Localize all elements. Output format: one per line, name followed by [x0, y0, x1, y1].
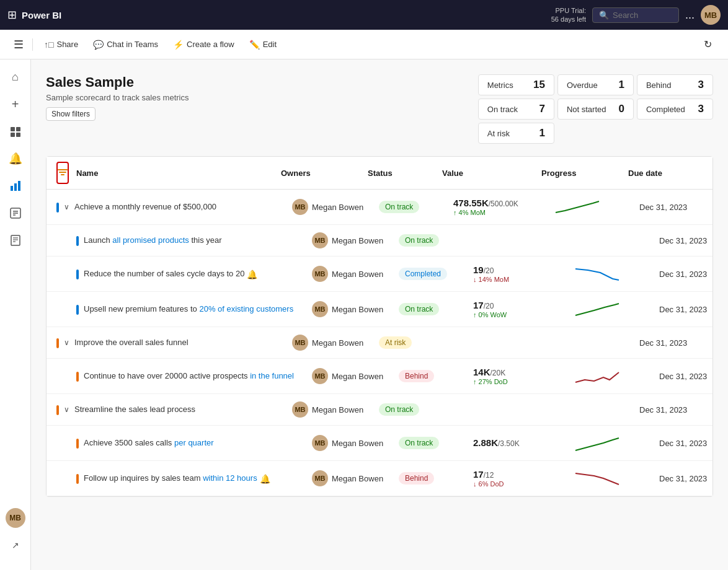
owner-avatar: MB	[312, 470, 328, 486]
share-button[interactable]: ↑□ Share	[38, 36, 84, 53]
flow-icon: ⚡	[173, 40, 184, 50]
metric-box-behind: Behind 3	[637, 74, 713, 95]
due-date: Dec 31, 2023	[659, 439, 728, 448]
svg-rect-2	[11, 133, 15, 137]
main-layout: ⌂ + 🔔 MB ↗ Sales Sample Sample scorecard…	[0, 59, 728, 570]
sidebar-item-notifications[interactable]: 🔔	[3, 146, 28, 171]
name-with-icon: Reduce the number of sales cycle days to…	[84, 268, 257, 279]
filter-row: Name Owners Status Value Progress Due da…	[47, 157, 712, 190]
expand-button[interactable]: ∨	[64, 203, 69, 211]
owner-name: Megan Bowen	[332, 236, 383, 245]
name-link[interactable]: per quarter	[174, 438, 214, 447]
table-row[interactable]: ∨ Streamline the sales lead process MB M…	[47, 394, 712, 426]
value-main: 19/20	[473, 265, 494, 275]
refresh-button[interactable]: ↻	[698, 35, 718, 54]
bell-notification-icon: 🔔	[260, 474, 270, 484]
svg-rect-6	[18, 181, 20, 191]
row-indicator	[56, 203, 59, 213]
name-link[interactable]: within 12 hours	[203, 473, 257, 483]
more-options-button[interactable]: ...	[685, 9, 695, 22]
share-icon: ↑□	[44, 40, 53, 50]
row-name-cell: Continue to have over 20000 active prosp…	[76, 370, 312, 382]
show-filters-tooltip[interactable]: Show filters	[46, 107, 95, 121]
edit-button[interactable]: ✏️ Edit	[243, 36, 283, 53]
table-row[interactable]: ∨ Improve the overall sales funnel MB Me…	[47, 327, 712, 359]
row-indicator	[76, 270, 79, 279]
value-sub: ↓ 14% MoM	[473, 276, 572, 283]
metrics-table: Name Owners Status Value Progress Due da…	[46, 156, 713, 497]
value-cell: 17/20 ↑ 0% WoW	[473, 300, 572, 318]
value-sub: ↑ 27% DoD	[473, 378, 572, 385]
metric-box-metrics: Metrics 15	[478, 74, 554, 95]
sidebar-item-create[interactable]: +	[3, 92, 28, 116]
row-name: Improve the overall sales funnel	[74, 337, 189, 348]
due-date: Dec 31, 2023	[659, 305, 728, 314]
owner-avatar: MB	[292, 401, 308, 418]
row-indicator	[76, 236, 79, 246]
svg-rect-3	[16, 133, 20, 137]
status-cell: Completed	[399, 268, 473, 280]
scorecard-title: Sales Sample	[46, 74, 189, 90]
value-main: 2.88K/3.50K	[473, 437, 520, 448]
sidebar-bottom: MB ↗	[3, 508, 28, 565]
owner-name: Megan Bowen	[332, 474, 383, 483]
value-cell: 2.88K/3.50K	[473, 437, 572, 449]
owner-cell: MB Megan Bowen	[312, 470, 399, 486]
table-row[interactable]: Launch all promised products this year M…	[47, 225, 712, 256]
sidebar-item-home[interactable]: ⌂	[3, 64, 28, 89]
owner-name: Megan Bowen	[312, 405, 363, 414]
value-cell: 478.55K/500.00K ↑ 4% MoM	[453, 198, 553, 216]
row-name-cell: Follow up inquires by sales team within …	[76, 473, 312, 484]
table-row[interactable]: Continue to have over 20000 active prosp…	[47, 359, 712, 394]
name-link[interactable]: in the funnel	[250, 371, 294, 380]
waffle-icon[interactable]: ⊞	[7, 8, 17, 22]
owner-avatar: MB	[312, 368, 328, 384]
value-sub: ↓ 6% DoD	[473, 480, 572, 488]
status-cell: On track	[399, 303, 473, 315]
table-row[interactable]: Achieve 3500 sales calls per quarter MB …	[47, 426, 712, 461]
due-date: Dec 31, 2023	[659, 474, 728, 483]
sidebar-item-browse[interactable]	[3, 119, 28, 144]
table-row[interactable]: Follow up inquires by sales team within …	[47, 461, 712, 496]
table-row[interactable]: ∨ Achieve a monthly revenue of $500,000 …	[47, 190, 712, 225]
chat-in-teams-button[interactable]: 💬 Chat in Teams	[87, 36, 164, 53]
sidebar-item-reports[interactable]	[3, 228, 28, 253]
scorecard-subtitle: Sample scorecard to track sales metrics	[46, 93, 189, 102]
filter-button[interactable]	[56, 162, 69, 184]
row-name-cell: ∨ Streamline the sales lead process	[56, 404, 292, 415]
name-link[interactable]: 20% of existing customers	[199, 304, 293, 314]
sidebar-item-metrics[interactable]	[3, 173, 28, 198]
sidebar-item-external[interactable]: ↗	[3, 533, 28, 558]
status-badge: Completed	[399, 268, 447, 280]
app-logo-area: ⊞ Power BI	[7, 8, 545, 22]
svg-rect-11	[11, 235, 20, 245]
name-link[interactable]: all promised products	[112, 235, 189, 245]
user-avatar[interactable]: MB	[701, 5, 721, 25]
search-box[interactable]: 🔍	[592, 7, 679, 23]
progress-cell	[572, 366, 659, 386]
owner-name: Megan Bowen	[332, 270, 383, 279]
hamburger-button[interactable]: ☰	[10, 34, 27, 55]
top-bar-right: PPU Trial: 56 days left 🔍 ... MB	[551, 5, 721, 25]
metric-box-atrisk: At risk 1	[478, 123, 554, 144]
status-cell: At risk	[379, 336, 453, 349]
table-row[interactable]: Reduce the number of sales cycle days to…	[47, 256, 712, 292]
search-input[interactable]	[613, 11, 675, 20]
row-indicator	[56, 405, 59, 415]
row-indicator	[76, 372, 79, 382]
owner-avatar: MB	[292, 199, 308, 215]
table-row[interactable]: Upsell new premium features to 20% of ex…	[47, 292, 712, 327]
row-name: Achieve a monthly revenue of $500,000	[74, 201, 216, 213]
expand-button[interactable]: ∨	[64, 338, 69, 347]
create-flow-button[interactable]: ⚡ Create a flow	[167, 36, 241, 53]
sidebar-item-scorecards[interactable]	[3, 201, 28, 226]
value-cell: 19/20 ↓ 14% MoM	[473, 265, 572, 283]
sidebar: ⌂ + 🔔 MB ↗	[0, 59, 31, 570]
expand-button[interactable]: ∨	[64, 405, 69, 414]
svg-rect-1	[16, 127, 20, 131]
ppu-trial: PPU Trial: 56 days left	[551, 6, 586, 24]
status-badge: Behind	[399, 472, 434, 484]
row-name-cell: Reduce the number of sales cycle days to…	[76, 268, 312, 279]
row-name: Launch all promised products this year	[84, 235, 222, 246]
sidebar-avatar[interactable]: MB	[6, 508, 25, 528]
